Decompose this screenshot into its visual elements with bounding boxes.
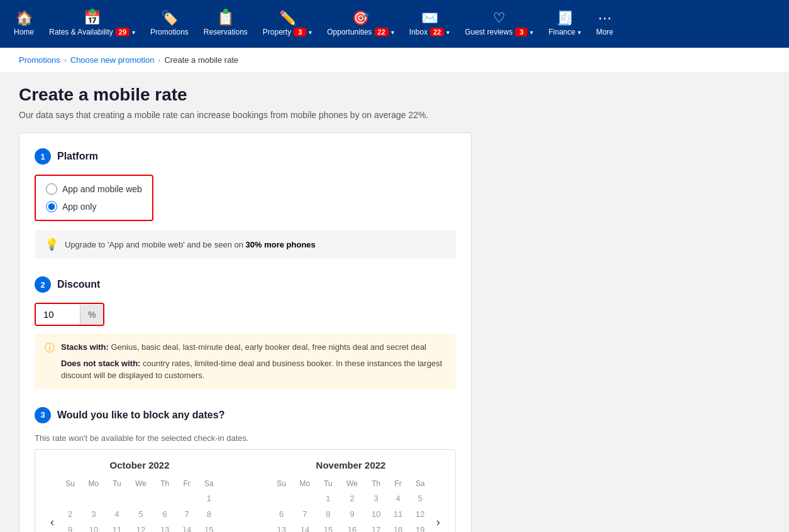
calendar-november: November 2022 Su Mo Tu We bbox=[270, 460, 431, 533]
nav-item-finance[interactable]: 🧾 Finance ▾ bbox=[541, 0, 588, 48]
october-header-row: Su Mo Tu We Th Fr Sa bbox=[59, 477, 220, 491]
calendar-day[interactable]: 17 bbox=[365, 522, 387, 533]
calendar-day[interactable]: 3 bbox=[81, 506, 106, 522]
stacks-text: Genius, basic deal, last-minute deal, ea… bbox=[111, 342, 426, 352]
calendar-day[interactable]: 1 bbox=[198, 491, 220, 506]
guest-reviews-badge: 3 bbox=[515, 28, 527, 36]
nav-label-rates: Rates & Availability 29 ▾ bbox=[49, 28, 135, 36]
form-card: 1 Platform App and mobile web App only 💡… bbox=[19, 133, 472, 532]
finance-icon: 🧾 bbox=[556, 11, 573, 25]
november-header-row: Su Mo Tu We Th Fr Sa bbox=[270, 477, 431, 491]
section-block-header: 3 Would you like to block any dates? bbox=[35, 407, 456, 423]
calendar-day[interactable]: 13 bbox=[154, 522, 176, 533]
property-icon: ✏️ bbox=[279, 11, 296, 25]
discount-input-wrap: % bbox=[35, 303, 104, 326]
calendar-day[interactable]: 14 bbox=[176, 522, 198, 533]
breadcrumb-link-promotions[interactable]: Promotions bbox=[19, 55, 60, 65]
calendar-day[interactable]: 2 bbox=[339, 491, 365, 506]
opportunities-icon: 🎯 bbox=[352, 11, 369, 25]
nav-item-home[interactable]: 🏠 Home bbox=[6, 0, 41, 48]
guest-reviews-chevron: ▾ bbox=[530, 29, 533, 36]
calendar-day[interactable]: 6 bbox=[154, 506, 176, 522]
calendar-day[interactable]: 4 bbox=[387, 491, 409, 506]
nav-item-property[interactable]: ✏️ Property 3 ▾ bbox=[255, 0, 319, 48]
no-stack-label: Does not stack with: bbox=[61, 359, 140, 368]
calendar-day[interactable]: 15 bbox=[198, 522, 220, 533]
calendar-day[interactable]: 11 bbox=[106, 522, 128, 533]
guest-reviews-icon: ♡ bbox=[493, 11, 505, 25]
calendar-day[interactable]: 7 bbox=[292, 506, 317, 522]
calendar-day[interactable]: 18 bbox=[387, 522, 409, 533]
calendar-day[interactable]: 4 bbox=[106, 506, 128, 522]
calendars-row: ‹ October 2022 Su Mo bbox=[45, 460, 445, 533]
calendar-day[interactable]: 15 bbox=[317, 522, 339, 533]
nav-label-more: More bbox=[596, 28, 613, 36]
calendar-week-row: 6789101112 bbox=[270, 506, 431, 522]
calendar-day[interactable]: 8 bbox=[198, 506, 220, 522]
calendar-day[interactable]: 6 bbox=[270, 506, 292, 522]
finance-chevron: ▾ bbox=[578, 29, 581, 36]
calendar-day[interactable]: 9 bbox=[59, 522, 81, 533]
section-block-title: Would you like to block any dates? bbox=[57, 410, 224, 421]
discount-input[interactable] bbox=[36, 304, 80, 325]
calendar-day[interactable]: 2 bbox=[59, 506, 81, 522]
calendar-week-row: 2345678 bbox=[59, 506, 220, 522]
opportunities-chevron: ▾ bbox=[391, 29, 394, 36]
lightbulb-icon: 💡 bbox=[45, 237, 58, 251]
calendar-day[interactable]: 3 bbox=[365, 491, 387, 506]
breadcrumb: Promotions › Choose new promotion › Crea… bbox=[0, 48, 789, 72]
calendar-day[interactable]: 12 bbox=[409, 506, 431, 522]
nav-item-guest-reviews[interactable]: ♡ Guest reviews 3 ▾ bbox=[457, 0, 541, 48]
stacks-with-text: Stacks with: Genius, basic deal, last-mi… bbox=[61, 341, 446, 354]
calendar-day[interactable]: 12 bbox=[128, 522, 153, 533]
stacks-info: ⓘ Stacks with: Genius, basic deal, last-… bbox=[35, 334, 456, 389]
stacks-info-text: Stacks with: Genius, basic deal, last-mi… bbox=[61, 341, 446, 382]
home-icon: 🏠 bbox=[16, 11, 33, 25]
calendar-day[interactable]: 10 bbox=[365, 506, 387, 522]
nav-item-more[interactable]: ⋯ More bbox=[588, 0, 621, 48]
nav-item-reservations[interactable]: 📋 Reservations bbox=[196, 0, 255, 48]
calendar-day bbox=[128, 491, 153, 506]
calendar-october: October 2022 Su Mo Tu We bbox=[59, 460, 220, 533]
option-app-only[interactable]: App only bbox=[46, 201, 142, 212]
radio-app-mobile-web[interactable] bbox=[46, 183, 57, 195]
calendar-day[interactable]: 5 bbox=[409, 491, 431, 506]
nav-bar: 🏠 Home 📅 Rates & Availability 29 ▾ 🏷️ Pr… bbox=[0, 0, 789, 48]
calendar-next-button[interactable]: › bbox=[431, 513, 445, 531]
calendar-day[interactable]: 19 bbox=[409, 522, 431, 533]
nav-item-promotions[interactable]: 🏷️ Promotions bbox=[143, 0, 196, 48]
col-we: We bbox=[128, 477, 153, 491]
option-app-mobile-web[interactable]: App and mobile web bbox=[46, 183, 142, 195]
calendar-day[interactable]: 8 bbox=[317, 506, 339, 522]
calendar-prev-button[interactable]: ‹ bbox=[45, 513, 59, 531]
col-su: Su bbox=[270, 477, 292, 491]
calendar-day[interactable]: 5 bbox=[128, 506, 153, 522]
breadcrumb-sep-1: › bbox=[64, 56, 67, 65]
calendar-day[interactable]: 16 bbox=[339, 522, 365, 533]
platform-info-box: 💡 Upgrade to 'App and mobile web' and be… bbox=[35, 230, 456, 259]
platform-info-text: Upgrade to 'App and mobile web' and be s… bbox=[65, 240, 316, 249]
nav-item-inbox[interactable]: ✉️ Inbox 22 ▾ bbox=[402, 0, 458, 48]
page-title: Create a mobile rate bbox=[19, 85, 770, 105]
step-3-circle: 3 bbox=[35, 407, 51, 423]
nav-item-opportunities[interactable]: 🎯 Opportunities 22 ▾ bbox=[319, 0, 402, 48]
radio-app-only[interactable] bbox=[46, 201, 57, 212]
breadcrumb-link-choose[interactable]: Choose new promotion bbox=[70, 55, 155, 65]
nav-label-promotions: Promotions bbox=[150, 28, 189, 36]
nav-item-rates[interactable]: 📅 Rates & Availability 29 ▾ bbox=[41, 0, 143, 48]
calendar-day[interactable]: 10 bbox=[81, 522, 106, 533]
calendar-wrap: ‹ October 2022 Su Mo bbox=[35, 449, 456, 533]
calendar-day bbox=[106, 491, 128, 506]
calendar-week-row: 12345 bbox=[270, 491, 431, 506]
option-app-mobile-web-label: App and mobile web bbox=[62, 184, 142, 194]
nav-label-opportunities: Opportunities 22 ▾ bbox=[327, 28, 394, 36]
breadcrumb-current: Create a mobile rate bbox=[164, 55, 238, 65]
calendar-day[interactable]: 13 bbox=[270, 522, 292, 533]
calendar-day[interactable]: 11 bbox=[387, 506, 409, 522]
calendar-day[interactable]: 7 bbox=[176, 506, 198, 522]
calendar-day[interactable]: 14 bbox=[292, 522, 317, 533]
calendar-day[interactable]: 9 bbox=[339, 506, 365, 522]
calendar-day[interactable]: 1 bbox=[317, 491, 339, 506]
calendar-day bbox=[270, 491, 292, 506]
calendar-week-row: 9101112131415 bbox=[59, 522, 220, 533]
